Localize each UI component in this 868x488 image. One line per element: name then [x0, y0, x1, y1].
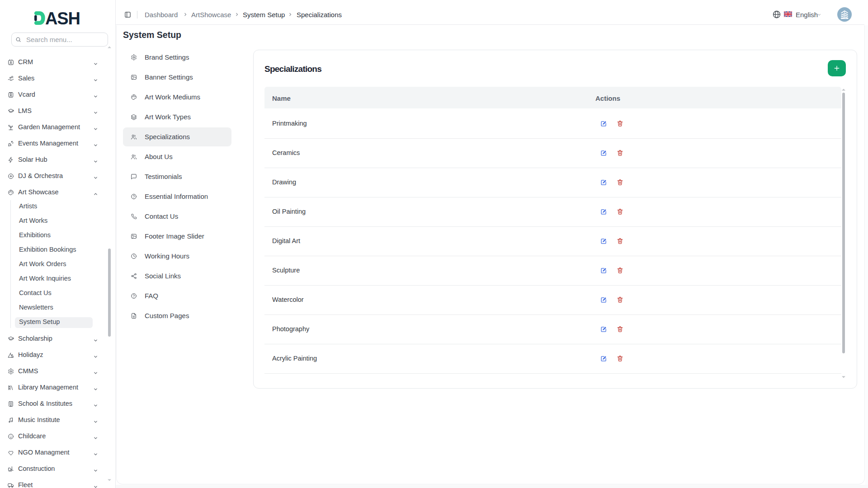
svg-text:ASH: ASH — [45, 10, 80, 26]
